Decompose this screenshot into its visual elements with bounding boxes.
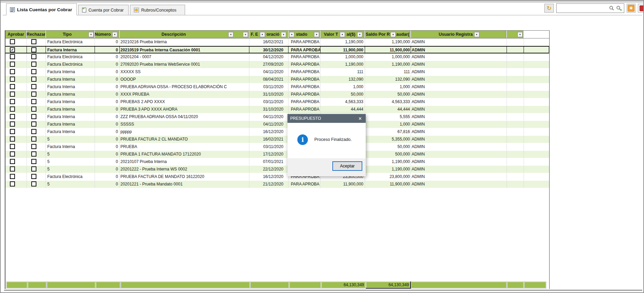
rechazar-checkbox[interactable] (31, 47, 36, 52)
table-row[interactable]: 5 0 PRUEBA 1 FACTURA MANDATO 17122020 17… (5, 151, 549, 158)
dialog-titlebar[interactable]: PRESUPUESTO ✕ (287, 114, 366, 123)
rechazar-checkbox[interactable] (31, 107, 36, 112)
aceptar-button[interactable]: Aceptar (332, 161, 362, 171)
rechazar-checkbox[interactable] (31, 114, 36, 119)
search-input[interactable] (558, 5, 609, 11)
table-row[interactable]: Factura Interna 0 XXXXX SS 04/11/2020 PA… (5, 68, 549, 76)
aprobar-checkbox[interactable] (10, 54, 15, 59)
rechazar-checkbox[interactable] (31, 77, 36, 82)
aprobar-checkbox[interactable] (10, 99, 15, 104)
tab-rubros-conceptos[interactable]: Rubros/Conceptos (130, 5, 185, 15)
rechazar-checkbox[interactable] (31, 84, 36, 89)
rechazar-checkbox[interactable] (31, 151, 36, 157)
header-extra[interactable]: ▼ (507, 31, 524, 38)
favorites-button[interactable]: ✱ (627, 4, 635, 13)
aprobar-checkbox[interactable] (10, 174, 15, 179)
table-row[interactable]: Factura Interna 0 XXXX PRUEBA 31/10/2020… (5, 91, 549, 98)
filter-dropdown-icon[interactable]: ▼ (88, 32, 94, 37)
refresh-button[interactable]: ↻ (544, 4, 554, 13)
exit-button[interactable] (638, 4, 644, 13)
header-valor-total[interactable]: Valor T ▼ al($) ▼ (320, 31, 365, 38)
filter-dropdown-icon[interactable]: ▼ (357, 32, 362, 37)
table-row[interactable]: 5 0 20201221 - Prueba Mandato 0001 21/12… (5, 181, 549, 188)
filter-dropdown-icon[interactable]: ▼ (260, 32, 265, 37)
rechazar-checkbox[interactable] (31, 39, 36, 44)
aprobar-cell (5, 128, 27, 136)
aprobar-checkbox[interactable] (10, 39, 15, 44)
filter-dropdown-icon[interactable]: ▼ (112, 32, 117, 37)
rechazar-checkbox[interactable] (31, 159, 36, 164)
aprobar-checkbox[interactable] (10, 136, 15, 142)
table-row[interactable]: Factura Interna 0 PRUEBA 03/11/2020 PARA… (5, 143, 549, 151)
rechazar-checkbox[interactable] (31, 129, 36, 134)
aprobar-checkbox[interactable] (10, 69, 15, 74)
rechazar-checkbox[interactable] (31, 99, 36, 104)
header-tipo[interactable]: Tipo ▼ (46, 31, 95, 38)
header-aprobar[interactable]: Aprobar (5, 31, 27, 38)
filter-dropdown-icon[interactable]: ▼ (517, 32, 523, 37)
aprobar-checkbox[interactable] (10, 92, 15, 97)
header-usuario-registra[interactable]: Usuario Registra ▼ (411, 31, 507, 38)
table-row[interactable]: 5 0 PRUEBA FACTURA 2 CL MANDATO 16/02/20… (5, 136, 549, 143)
search-icon[interactable] (609, 5, 614, 11)
header-fecha-elaboracion[interactable]: F. E ▼ oració ▼ (249, 31, 288, 38)
aprobar-checkbox[interactable] (10, 62, 15, 67)
filter-dropdown-icon[interactable]: ▼ (281, 32, 286, 37)
aprobar-checkbox[interactable] (10, 107, 15, 112)
header-rechazar[interactable]: Rechazar (27, 31, 46, 38)
rechazar-checkbox[interactable] (31, 174, 36, 179)
table-row[interactable]: ✔ Factura Interna 0 20210519 Prueba Inte… (5, 46, 549, 53)
tab-cuenta-por-cobrar[interactable]: Cuenta por Cobrar (78, 5, 129, 15)
aprobar-checkbox[interactable] (10, 84, 15, 89)
rechazar-checkbox[interactable] (31, 181, 36, 186)
table-row[interactable]: Factura Electrónica 0 27092020 Prueba In… (5, 61, 549, 68)
table-row[interactable]: Factura Electrónica 0 PRUEBA FACTURA DE … (5, 173, 549, 181)
filter-dropdown-icon[interactable]: ▼ (340, 32, 345, 37)
aprobar-checkbox[interactable] (10, 77, 15, 82)
aprobar-checkbox[interactable] (10, 159, 15, 164)
tail-cell (524, 38, 549, 46)
table-row[interactable]: Factura Interna 0 ppppp 16/12/2020 PARA … (5, 128, 549, 136)
table-row[interactable]: Factura Electrónica 0 20210216 Prueba In… (5, 38, 549, 46)
aprobar-checkbox[interactable] (10, 114, 15, 119)
rechazar-checkbox[interactable] (31, 144, 36, 149)
filter-dropdown-icon[interactable]: ▼ (243, 32, 248, 37)
table-row[interactable]: Factura Interna 0 OOOOP 08/04/2021 PARA … (5, 76, 549, 83)
header-descripcion[interactable]: Descripción ▼ ▼ (120, 31, 249, 38)
filter-dropdown-icon[interactable]: ▼ (391, 32, 396, 37)
filter-dropdown-icon[interactable]: ▼ (474, 32, 479, 37)
aprobar-checkbox[interactable] (10, 166, 15, 172)
table-row[interactable]: 5 0 20210107 Prueba Interna 07/01/2021 P… (5, 158, 549, 166)
search-next-icon[interactable] (616, 5, 623, 11)
aprobar-checkbox[interactable] (10, 121, 15, 127)
rechazar-checkbox[interactable] (31, 62, 36, 67)
header-estado[interactable]: ▼ stado ▼ (288, 31, 320, 38)
rechazar-checkbox[interactable] (31, 92, 36, 97)
header-numero[interactable]: Número ▼ (95, 31, 120, 38)
tab-lista-cuentas-por-cobrar[interactable]: Lista Cuentas por Cobrar (6, 3, 77, 15)
header-saldo-por-recaudar[interactable]: Saldo Por R ▼ audar( ▼ (365, 31, 411, 38)
tabbar-divider (3, 15, 642, 15)
bottom-scroll-band[interactable] (4, 290, 642, 291)
rechazar-checkbox[interactable] (31, 54, 36, 59)
table-row[interactable]: Factura Interna 0 PRUEBA 3 APO XXXX AHOR… (5, 106, 549, 113)
close-icon[interactable]: ✕ (357, 116, 363, 121)
aprobar-checkbox[interactable]: ✔ (10, 47, 15, 52)
filter-dropdown-icon[interactable]: ▼ (289, 32, 294, 37)
table-row[interactable]: Factura Interna 0 PRUEBAS 2 APO XXXX 03/… (5, 98, 549, 106)
table-row[interactable]: Factura Interna 0 PRUEBA ADRIANA OSSA - … (5, 83, 549, 91)
aprobar-checkbox[interactable] (10, 144, 15, 149)
filter-dropdown-icon[interactable]: ▼ (228, 32, 233, 37)
table-row[interactable]: Factura Electrónica 0 20201204 - 0007 04… (5, 53, 549, 61)
filter-dropdown-icon[interactable]: ▼ (314, 32, 319, 37)
rechazar-checkbox[interactable] (31, 136, 36, 142)
table-row[interactable]: Factura Interna 0 SSSSS 04/11/2020 PARA … (5, 121, 549, 128)
aprobar-checkbox[interactable] (10, 129, 15, 134)
aprobar-checkbox[interactable] (10, 151, 15, 157)
table-row[interactable]: Factura Interna 0 ZZZ PRUEBA ADRIANA OSS… (5, 113, 549, 121)
table-row[interactable]: 5 0 20201222 - Prueba Interna WS 0002 22… (5, 166, 549, 173)
aprobar-checkbox[interactable] (10, 181, 15, 186)
rechazar-checkbox[interactable] (31, 121, 36, 127)
rechazar-checkbox[interactable] (31, 69, 36, 74)
rechazar-checkbox[interactable] (31, 166, 36, 172)
